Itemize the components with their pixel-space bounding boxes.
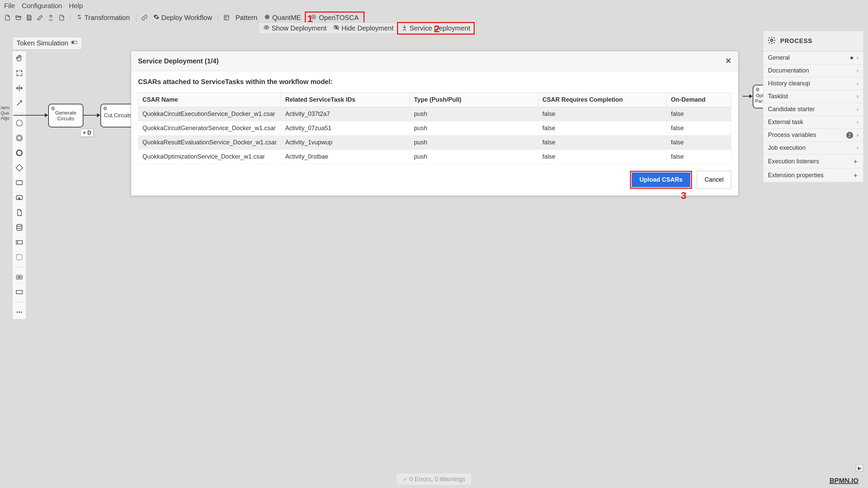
- generate-circuits-task[interactable]: ⚙ Generate Circuits: [48, 104, 83, 127]
- service-task-icon: ⚙: [103, 106, 107, 111]
- gear-icon: [767, 36, 776, 46]
- prop-label: Candidate starter: [768, 106, 815, 113]
- cell-csar-name: QuokkaCircuitExecutionService_Docker_w1.…: [138, 107, 281, 121]
- hide-deployment-button[interactable]: Hide Deployment: [330, 23, 397, 34]
- prop-general[interactable]: General ›: [763, 52, 863, 64]
- check-icon: ✓: [403, 476, 410, 483]
- modal-title: Service Deployment (1/4): [138, 57, 219, 65]
- partial-node-label-left: /arm Qua Algo: [1, 105, 9, 121]
- deploy-workflow-button[interactable]: Deploy Workflow: [151, 13, 215, 23]
- cell-type: push: [410, 107, 538, 121]
- properties-header: PROCESS: [763, 31, 863, 52]
- arrow-head-icon: [45, 113, 48, 117]
- table-row[interactable]: QuokkaCircuitGeneratorService_Docker_w1.…: [138, 121, 731, 136]
- cell-rel: Activity_07zua51: [281, 121, 410, 136]
- menubar: File Configuration Help: [0, 0, 868, 12]
- table-row[interactable]: QuokkaOptimizationService_Docker_w1.csar…: [138, 150, 731, 164]
- validation-status[interactable]: ✓ 0 Errors, 0 Warnings: [397, 473, 471, 485]
- opentosca-submenu: Show Deployment Hide Deployment Service …: [258, 22, 476, 34]
- table-row[interactable]: QuokkaResultEvaluationService_Docker_w1.…: [138, 136, 731, 150]
- sequence-flow[interactable]: [743, 96, 750, 97]
- cell-ond: false: [667, 136, 731, 150]
- sequence-flow[interactable]: [14, 115, 46, 116]
- toolbar-separator: [70, 14, 70, 21]
- cell-type: push: [410, 136, 538, 150]
- cell-req: false: [538, 136, 667, 150]
- chevron-right-icon: ›: [856, 106, 859, 113]
- chevron-right-icon: ›: [856, 93, 859, 100]
- prop-candidate-starter[interactable]: Candidate starter ›: [763, 103, 863, 116]
- chevron-right-icon: ›: [856, 119, 859, 126]
- edit-icon[interactable]: [35, 13, 45, 22]
- upload-icon[interactable]: [46, 13, 56, 22]
- new-file-icon[interactable]: [3, 13, 12, 22]
- add-icon[interactable]: ＋: [852, 171, 859, 179]
- prop-label: Documentation: [768, 67, 809, 74]
- prop-extension-properties[interactable]: Extension properties ＋: [763, 168, 863, 182]
- prop-history-cleanup[interactable]: History cleanup ›: [763, 77, 863, 90]
- table-row[interactable]: QuokkaCircuitExecutionService_Docker_w1.…: [138, 107, 731, 121]
- save-icon[interactable]: [24, 13, 34, 22]
- modified-indicator-icon: [850, 57, 853, 59]
- prop-execution-listeners[interactable]: Execution listeners ＋: [763, 155, 863, 168]
- upload-csars-button[interactable]: Upload CSARs: [632, 172, 690, 187]
- clipboard-icon[interactable]: [57, 13, 66, 22]
- menu-file[interactable]: File: [4, 2, 15, 10]
- prop-job-execution[interactable]: Job execution ›: [763, 142, 863, 155]
- arrow-head-icon: [749, 94, 753, 98]
- menu-configuration[interactable]: Configuration: [22, 2, 62, 10]
- cell-req: false: [538, 150, 667, 164]
- plus-d-tag[interactable]: + D: [80, 129, 94, 137]
- menu-help[interactable]: Help: [69, 2, 83, 10]
- prop-label: History cleanup: [768, 80, 810, 87]
- chevron-right-icon: ›: [856, 80, 859, 87]
- cancel-button[interactable]: Cancel: [697, 171, 731, 189]
- chevron-right-icon: ›: [856, 131, 859, 139]
- gear-icon: [153, 14, 159, 22]
- link-icon[interactable]: [140, 13, 149, 22]
- prop-tasklist[interactable]: Tasklist ›: [763, 90, 863, 103]
- col-on-demand: On-Demand: [667, 93, 731, 107]
- quantme-label: QuantME: [272, 14, 301, 22]
- svg-rect-1: [224, 15, 229, 20]
- toolbar-separator: [136, 14, 136, 21]
- bpmn-io-logo[interactable]: BPMN.IO: [829, 477, 859, 485]
- modal-header: Service Deployment (1/4) ✕: [131, 51, 738, 71]
- col-type: Type (Push/Pull): [410, 93, 538, 107]
- scroll-right-icon[interactable]: ▶: [856, 464, 863, 472]
- cell-req: false: [538, 121, 667, 136]
- atom-icon: [264, 14, 270, 22]
- prop-label: General: [768, 54, 790, 61]
- transformation-button[interactable]: Transformation: [74, 13, 133, 23]
- pattern-button[interactable]: Pattern: [233, 13, 260, 23]
- col-requires-completion: CSAR Requires Completion: [538, 93, 667, 107]
- sequence-flow[interactable]: [83, 115, 98, 116]
- prop-label: Process variables: [768, 131, 816, 139]
- eye-icon: [263, 24, 270, 32]
- add-icon[interactable]: ＋: [852, 157, 859, 165]
- deploy-workflow-label: Deploy Workflow: [161, 14, 212, 22]
- transformation-label: Transformation: [84, 14, 130, 22]
- close-icon[interactable]: ✕: [725, 57, 731, 65]
- show-deployment-button[interactable]: Show Deployment: [260, 23, 330, 34]
- opentosca-button[interactable]: OpenTOSCA: [305, 12, 364, 24]
- annotation-2: 2: [434, 23, 440, 35]
- prop-external-task[interactable]: External task ›: [763, 116, 863, 129]
- cell-csar-name: QuokkaResultEvaluationService_Docker_w1.…: [138, 136, 281, 150]
- chevron-right-icon: ›: [856, 67, 859, 74]
- prop-label: Tasklist: [768, 93, 788, 100]
- cut-circuits-task[interactable]: ⚙ Cut Circuits: [100, 104, 136, 127]
- hide-deployment-label: Hide Deployment: [341, 24, 393, 32]
- prop-label: Job execution: [768, 144, 806, 151]
- prop-documentation[interactable]: Documentation ›: [763, 64, 863, 77]
- quantme-button[interactable]: QuantME: [261, 13, 303, 23]
- task-label: Cut Circuits: [104, 113, 132, 119]
- status-text: 0 Errors, 0 Warnings: [410, 476, 465, 483]
- svg-point-2: [267, 16, 268, 17]
- open-folder-icon[interactable]: [14, 13, 23, 22]
- template-icon[interactable]: [222, 13, 231, 22]
- prop-process-variables[interactable]: Process variables 2›: [763, 129, 863, 142]
- show-deployment-label: Show Deployment: [272, 24, 327, 32]
- service-task-icon: ⚙: [755, 87, 760, 92]
- service-task-icon: ⚙: [51, 106, 55, 111]
